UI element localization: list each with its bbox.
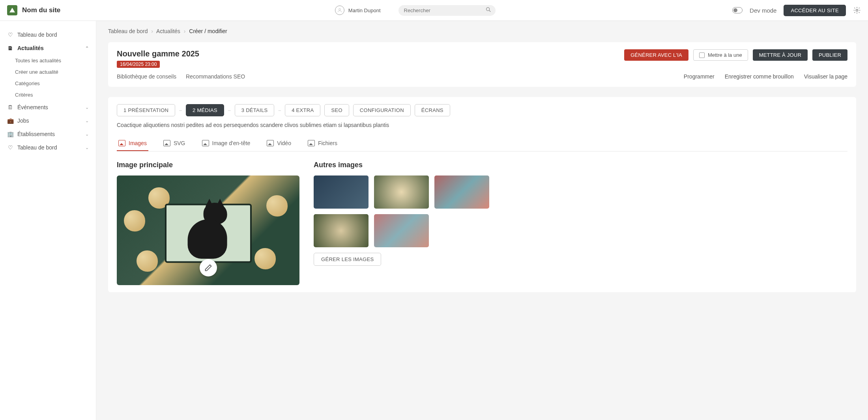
decor-cat	[183, 200, 235, 259]
step-extra[interactable]: 4 EXTRA	[285, 104, 320, 116]
sidebar-sub-criteria[interactable]: Critères	[0, 89, 96, 101]
image-thumbnail[interactable]	[314, 175, 369, 209]
content-panel: 1 PRÉSENTATION – 2 MÉDIAS – 3 DÉTAILS – …	[108, 97, 856, 292]
chevron-down-icon: ⌄	[85, 118, 89, 123]
thumbnail-grid	[314, 175, 495, 247]
step-presentation[interactable]: 1 PRÉSENTATION	[117, 104, 175, 116]
gear-icon[interactable]	[853, 6, 861, 14]
sidebar-item-establishments[interactable]: 🏢 Établissements ⌄	[0, 127, 96, 141]
briefcase-icon: 💼	[7, 118, 13, 124]
search-icon[interactable]	[485, 7, 492, 14]
user-cluster[interactable]: Martin Dupont	[335, 6, 381, 15]
media-tab-svg[interactable]: SVG	[162, 136, 187, 151]
chevron-up-icon: ⌃	[85, 46, 89, 51]
image-thumbnail[interactable]	[434, 175, 489, 209]
media-tab-label: SVG	[174, 140, 185, 146]
step-screens[interactable]: ÉCRANS	[415, 104, 450, 116]
sidebar-item-news[interactable]: 🗎 Actualités ⌃	[0, 41, 96, 55]
chevron-down-icon: ⌄	[85, 145, 89, 150]
crumb-news[interactable]: Actualités	[156, 28, 180, 34]
sidebar-sub-all-news[interactable]: Toutes les actualités	[0, 55, 96, 66]
step-details[interactable]: 3 DÉTAILS	[235, 104, 275, 116]
sidebar-item-dashboard[interactable]: ♡ Tableau de bord	[0, 28, 96, 41]
dev-mode-toggle[interactable]	[732, 7, 743, 13]
publish-button[interactable]: PUBLIER	[812, 49, 847, 61]
topbar: Nom du site Martin Dupont Dev mode ACCÉD…	[0, 0, 868, 21]
sidebar-item-label: Tableau de bord	[17, 144, 57, 151]
chevron-down-icon: ⌄	[85, 132, 89, 137]
avatar-icon	[335, 6, 344, 15]
decor-flower	[124, 210, 145, 231]
sidebar-item-label: Événements	[17, 104, 48, 110]
media-tab-video[interactable]: Vidéo	[265, 136, 293, 151]
main-image[interactable]	[117, 175, 299, 285]
crumb-current: Créer / modifier	[189, 28, 227, 34]
manage-images-button[interactable]: GÉRER LES IMAGES	[314, 253, 381, 266]
sidebar-item-events[interactable]: 🗓 Événements ⌄	[0, 101, 96, 114]
library-tab[interactable]: Bibliothèque de conseils	[117, 73, 176, 80]
decor-flower	[254, 248, 276, 269]
featured-label: Mettre à la une	[708, 52, 742, 58]
main-image-title: Image principale	[117, 161, 299, 169]
heart-icon: ♡	[7, 32, 13, 38]
svg-point-0	[339, 8, 341, 10]
user-name: Martin Dupont	[348, 7, 381, 13]
update-button[interactable]: METTRE À JOUR	[753, 49, 808, 61]
edit-image-button[interactable]	[200, 259, 217, 276]
svg-line-2	[489, 11, 490, 12]
chevron-down-icon: ⌄	[85, 105, 89, 110]
step-configuration[interactable]: CONFIGURATION	[353, 104, 411, 116]
chevron-right-icon: ›	[184, 28, 186, 34]
step-separator: –	[228, 108, 231, 113]
step-medias[interactable]: 2 MÉDIAS	[186, 104, 224, 116]
svg-point-3	[856, 9, 858, 11]
generate-ai-button[interactable]: GÉNÉRER AVEC L'IA	[624, 49, 688, 61]
media-tab-label: Images	[129, 140, 147, 146]
featured-checkbox[interactable]: Mettre à la une	[693, 49, 748, 61]
step-tabs: 1 PRÉSENTATION – 2 MÉDIAS – 3 DÉTAILS – …	[117, 104, 847, 116]
calendar-icon: 🗓	[7, 104, 13, 110]
media-tab-header[interactable]: Image d'en-tête	[200, 136, 252, 151]
image-icon	[202, 140, 209, 146]
page-title: Nouvelle gamme 2025	[117, 49, 199, 58]
sidebar-sub-create-news[interactable]: Créer une actualité	[0, 66, 96, 78]
media-tab-images[interactable]: Images	[117, 136, 148, 151]
other-images-title: Autres images	[314, 161, 495, 169]
breadcrumb: Tableau de bord › Actualités › Créer / m…	[108, 28, 856, 34]
media-tab-files[interactable]: Fichiers	[306, 136, 339, 151]
save-draft-link[interactable]: Enregistrer comme brouillon	[725, 73, 794, 80]
building-icon: 🏢	[7, 131, 13, 137]
image-thumbnail[interactable]	[374, 175, 429, 209]
image-icon	[163, 140, 170, 146]
image-icon	[308, 140, 315, 146]
sidebar-item-label: Établissements	[17, 131, 55, 137]
media-tab-label: Vidéo	[277, 140, 291, 146]
image-thumbnail[interactable]	[314, 214, 369, 247]
access-site-button[interactable]: ACCÉDER AU SITE	[784, 5, 846, 16]
heart-icon: ♡	[7, 144, 13, 151]
site-logo[interactable]	[7, 5, 17, 15]
image-thumbnail[interactable]	[374, 214, 429, 247]
main-content: Tableau de bord › Actualités › Créer / m…	[96, 21, 868, 420]
media-tabs: Images SVG Image d'en-tête Vidéo	[117, 136, 847, 151]
date-badge: 16/04/2025 23:00	[117, 61, 160, 68]
seo-reco-tab[interactable]: Recommandations SEO	[186, 73, 245, 80]
sidebar-item-label: Tableau de bord	[17, 32, 57, 38]
sidebar-item-dashboard-2[interactable]: ♡ Tableau de bord ⌄	[0, 141, 96, 154]
sidebar-item-jobs[interactable]: 💼 Jobs ⌄	[0, 114, 96, 127]
image-icon	[267, 140, 274, 146]
sidebar: ♡ Tableau de bord 🗎 Actualités ⌃ Toutes …	[0, 21, 96, 420]
step-separator: –	[278, 108, 281, 113]
site-name: Nom du site	[22, 6, 60, 14]
step-seo[interactable]: SEO	[324, 104, 349, 116]
svg-point-1	[486, 7, 489, 11]
crumb-dashboard[interactable]: Tableau de bord	[108, 28, 148, 34]
sidebar-item-label: Actualités	[17, 45, 44, 51]
sidebar-sub-categories[interactable]: Catégories	[0, 78, 96, 89]
search-wrap	[398, 5, 496, 16]
schedule-link[interactable]: Programmer	[684, 73, 715, 80]
doc-icon: 🗎	[7, 45, 13, 51]
search-input[interactable]	[398, 5, 496, 16]
sidebar-item-label: Jobs	[17, 118, 29, 124]
preview-link[interactable]: Visualiser la page	[804, 73, 847, 80]
